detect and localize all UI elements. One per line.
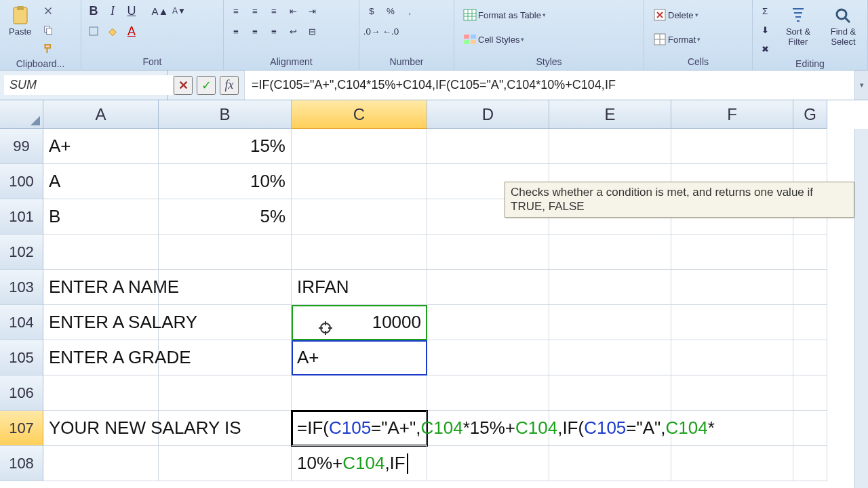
- copy-button[interactable]: [40, 22, 56, 38]
- fill-button[interactable]: ⬇: [757, 22, 773, 38]
- cell-g104[interactable]: [793, 305, 827, 340]
- name-box[interactable]: [4, 75, 173, 95]
- find-select-button[interactable]: Find & Select: [823, 3, 863, 49]
- cell-d104[interactable]: [427, 305, 549, 340]
- cell-c107[interactable]: =IF(C105="A+",C104*15%+C104,IF(C105="A",…: [292, 411, 427, 446]
- row-header[interactable]: 106: [0, 375, 43, 411]
- cell-c102[interactable]: [292, 235, 427, 270]
- increase-indent-button[interactable]: ⇥: [304, 3, 320, 19]
- formula-bar-expand-button[interactable]: ▾: [854, 70, 868, 100]
- cell-g106[interactable]: [793, 375, 827, 411]
- insert-function-button[interactable]: fx: [220, 76, 239, 95]
- autosum-button[interactable]: Σ: [757, 3, 773, 19]
- cell-a106[interactable]: [43, 375, 159, 411]
- cell-e103[interactable]: [549, 270, 671, 305]
- cell-f104[interactable]: [671, 305, 793, 340]
- cell-b107[interactable]: [159, 411, 292, 446]
- cell-a108[interactable]: [43, 446, 159, 481]
- column-header-e[interactable]: E: [549, 100, 671, 129]
- row-header[interactable]: 99: [0, 129, 43, 164]
- align-top-button[interactable]: ≡: [228, 3, 244, 19]
- italic-button[interactable]: I: [104, 3, 121, 19]
- cell-c99[interactable]: [292, 129, 427, 164]
- accounting-format-button[interactable]: $: [363, 3, 380, 19]
- cell-a104[interactable]: ENTER A SALARY: [43, 305, 159, 340]
- cell-g99[interactable]: [793, 129, 827, 164]
- cell-c104[interactable]: 10000: [292, 305, 427, 340]
- row-header[interactable]: 107: [0, 411, 43, 446]
- column-header-g[interactable]: G: [793, 100, 827, 129]
- cell-b103[interactable]: [159, 270, 292, 305]
- cell-d103[interactable]: [427, 270, 549, 305]
- cell-b102[interactable]: [159, 235, 292, 270]
- fill-color-button[interactable]: [104, 23, 121, 39]
- align-left-button[interactable]: ≡: [228, 23, 244, 39]
- bold-button[interactable]: B: [85, 3, 102, 19]
- align-bottom-button[interactable]: ≡: [266, 3, 282, 19]
- cell-f106[interactable]: [671, 375, 793, 411]
- cell-a107[interactable]: YOUR NEW SALARY IS: [43, 411, 159, 446]
- cell-b108[interactable]: [159, 446, 292, 481]
- percent-format-button[interactable]: %: [382, 3, 399, 19]
- row-header[interactable]: 103: [0, 270, 43, 305]
- cell-c106[interactable]: [292, 375, 427, 411]
- row-header[interactable]: 105: [0, 340, 43, 375]
- decrease-decimal-button[interactable]: ←.0: [382, 23, 399, 39]
- row-header[interactable]: 104: [0, 305, 43, 340]
- cut-button[interactable]: [40, 3, 56, 19]
- cell-a100[interactable]: A: [43, 164, 159, 199]
- shrink-font-button[interactable]: A▼: [171, 3, 187, 19]
- cell-b106[interactable]: [159, 375, 292, 411]
- cell-a101[interactable]: B: [43, 199, 159, 235]
- border-button[interactable]: [85, 23, 102, 39]
- cell-d108[interactable]: [427, 446, 549, 481]
- format-painter-button[interactable]: [40, 41, 56, 57]
- cell-b105[interactable]: [159, 340, 292, 375]
- formula-input[interactable]: [245, 70, 854, 100]
- cell-a102[interactable]: [43, 235, 159, 270]
- column-header-b[interactable]: B: [159, 100, 292, 129]
- cell-a105[interactable]: ENTER A GRADE: [43, 340, 159, 375]
- cell-g102[interactable]: [793, 235, 827, 270]
- cell-c108[interactable]: 10%+C104,IF: [292, 446, 427, 481]
- cell-f102[interactable]: [671, 235, 793, 270]
- increase-decimal-button[interactable]: .0→: [363, 23, 380, 39]
- cell-d99[interactable]: [427, 129, 549, 164]
- wrap-text-button[interactable]: ↩: [285, 23, 301, 39]
- cell-f103[interactable]: [671, 270, 793, 305]
- grow-font-button[interactable]: A▲: [152, 3, 168, 19]
- column-header-a[interactable]: A: [43, 100, 159, 129]
- cell-b99[interactable]: 15%: [159, 129, 292, 164]
- row-header[interactable]: 101: [0, 199, 43, 235]
- cell-g103[interactable]: [793, 270, 827, 305]
- cell-e99[interactable]: [549, 129, 671, 164]
- column-header-d[interactable]: D: [427, 100, 549, 129]
- column-header-c[interactable]: C: [292, 100, 427, 129]
- cell-c105[interactable]: A+: [292, 340, 427, 375]
- cell-d102[interactable]: [427, 235, 549, 270]
- cell-a103[interactable]: ENTER A NAME: [43, 270, 159, 305]
- row-header[interactable]: 102: [0, 235, 43, 270]
- paste-button[interactable]: Paste: [4, 3, 36, 39]
- cell-b100[interactable]: 10%: [159, 164, 292, 199]
- select-all-corner[interactable]: [0, 100, 43, 129]
- underline-button[interactable]: U: [123, 3, 140, 19]
- cell-b101[interactable]: 5%: [159, 199, 292, 235]
- align-center-button[interactable]: ≡: [247, 23, 263, 39]
- cell-d105[interactable]: [427, 340, 549, 375]
- cell-e106[interactable]: [549, 375, 671, 411]
- cell-f108[interactable]: [671, 446, 793, 481]
- font-color-button[interactable]: A: [123, 23, 140, 39]
- worksheet-grid[interactable]: ABCDEFG 99A+15%100A10%101B5%102103ENTER …: [0, 100, 868, 488]
- cancel-formula-button[interactable]: ✕: [174, 76, 193, 95]
- column-header-f[interactable]: F: [671, 100, 793, 129]
- merge-center-button[interactable]: ⊟: [304, 23, 320, 39]
- row-header[interactable]: 100: [0, 164, 43, 199]
- sort-filter-button[interactable]: Sort & Filter: [780, 3, 816, 49]
- cell-c101[interactable]: [292, 199, 427, 235]
- cell-g107[interactable]: [793, 411, 827, 446]
- cell-e108[interactable]: [549, 446, 671, 481]
- cell-e102[interactable]: [549, 235, 671, 270]
- clear-button[interactable]: ✖: [757, 41, 773, 57]
- align-right-button[interactable]: ≡: [266, 23, 282, 39]
